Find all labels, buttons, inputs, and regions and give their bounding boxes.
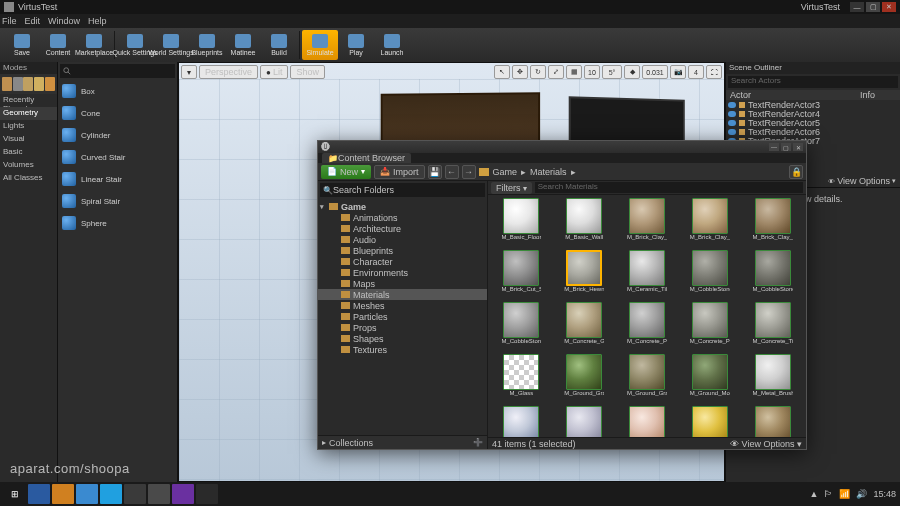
tree-item-maps[interactable]: Maps: [318, 278, 487, 289]
close-button[interactable]: ✕: [882, 2, 896, 12]
placeable-sphere[interactable]: Sphere: [58, 212, 177, 234]
toolbar-build[interactable]: Build: [261, 30, 297, 60]
cb-tab[interactable]: 📁 Content Browser: [322, 153, 411, 163]
foliage-mode-icon[interactable]: [34, 77, 44, 91]
asset-item[interactable]: M_Basic_Floor: [491, 198, 552, 248]
asset-item[interactable]: M_Metal_Ru: [742, 406, 803, 437]
cb-view-options[interactable]: 👁 View Options ▾: [730, 439, 802, 449]
viewport-lit-button[interactable]: ● Lit: [260, 65, 288, 79]
taskbar-app-8[interactable]: [196, 484, 218, 504]
place-search[interactable]: [60, 64, 175, 78]
visibility-icon[interactable]: [728, 111, 736, 117]
tray-flag-icon[interactable]: 🏳: [824, 489, 833, 499]
angle-snap-value[interactable]: 5°: [602, 65, 622, 79]
breadcrumb-game[interactable]: Game: [493, 167, 518, 177]
toolbar-simulate[interactable]: Simulate: [302, 30, 338, 60]
placeable-curved-stair[interactable]: Curved Stair: [58, 146, 177, 168]
taskbar-app-7[interactable]: [172, 484, 194, 504]
taskbar-app-2[interactable]: [52, 484, 74, 504]
menu-file[interactable]: File: [2, 16, 17, 26]
asset-item[interactable]: M_Concrete_Poured: [679, 302, 740, 352]
toolbar-blueprints[interactable]: Blueprints: [189, 30, 225, 60]
category-basic[interactable]: Basic: [0, 146, 57, 159]
tree-item-audio[interactable]: Audio: [318, 234, 487, 245]
toolbar-world-settings[interactable]: World Settings: [153, 30, 189, 60]
tree-item-environments[interactable]: Environments: [318, 267, 487, 278]
asset-item[interactable]: M_Brick_Clay_Old: [742, 198, 803, 248]
placeable-spiral-stair[interactable]: Spiral Stair: [58, 190, 177, 212]
select-tool-icon[interactable]: ↖: [494, 65, 510, 79]
tree-item-textures[interactable]: Textures: [318, 344, 487, 355]
menu-window[interactable]: Window: [48, 16, 80, 26]
placeable-cone[interactable]: Cone: [58, 102, 177, 124]
category-all-classes[interactable]: All Classes: [0, 172, 57, 185]
grid-snap-value[interactable]: 10: [584, 65, 600, 79]
placeable-box[interactable]: Box: [58, 80, 177, 102]
asset-item[interactable]: M_Metal_Co: [617, 406, 678, 437]
asset-item[interactable]: M_CobbleStone_Pebble: [679, 250, 740, 300]
asset-search[interactable]: Search Materials: [535, 182, 803, 193]
minimize-button[interactable]: —: [850, 2, 864, 12]
taskbar-app-1[interactable]: [28, 484, 50, 504]
tray-network-icon[interactable]: 📶: [839, 489, 850, 499]
menu-edit[interactable]: Edit: [25, 16, 41, 26]
menu-help[interactable]: Help: [88, 16, 107, 26]
tree-item-game[interactable]: ▾Game: [318, 201, 487, 212]
tree-item-shapes[interactable]: Shapes: [318, 333, 487, 344]
asset-item[interactable]: M_Basic_Wall: [554, 198, 615, 248]
paint-mode-icon[interactable]: [13, 77, 23, 91]
asset-item[interactable]: M_Metal_Go: [679, 406, 740, 437]
outliner-search[interactable]: Search Actors: [728, 76, 898, 88]
maximize-button[interactable]: ▢: [866, 2, 880, 12]
cb-lock-icon[interactable]: 🔒: [789, 165, 803, 179]
asset-item[interactable]: M_Concrete_Grime: [554, 302, 615, 352]
tree-item-particles[interactable]: Particles: [318, 311, 487, 322]
asset-item[interactable]: M_Concrete_Tiles: [742, 302, 803, 352]
toolbar-play[interactable]: Play: [338, 30, 374, 60]
rotate-tool-icon[interactable]: ↻: [530, 65, 546, 79]
cb-maximize-button[interactable]: ▢: [781, 143, 791, 151]
nav-back-button[interactable]: ←: [445, 165, 459, 179]
asset-item[interactable]: M_Metal_Brushed_Nickel: [742, 354, 803, 404]
save-all-button[interactable]: 💾: [428, 165, 442, 179]
taskbar-app-3[interactable]: [76, 484, 98, 504]
toolbar-launch[interactable]: Launch: [374, 30, 410, 60]
tree-item-materials[interactable]: Materials: [318, 289, 487, 300]
grid-snap-icon[interactable]: ▦: [566, 65, 582, 79]
place-mode-icon[interactable]: [2, 77, 12, 91]
camera-speed-icon[interactable]: 📷: [670, 65, 686, 79]
asset-item[interactable]: M_Concrete_Panels: [617, 302, 678, 352]
geometry-mode-icon[interactable]: [45, 77, 55, 91]
taskbar-app-5[interactable]: [124, 484, 146, 504]
tree-item-architecture[interactable]: Architecture: [318, 223, 487, 234]
category-visual[interactable]: Visual: [0, 133, 57, 146]
asset-item[interactable]: M_Glass: [491, 354, 552, 404]
tree-item-props[interactable]: Props: [318, 322, 487, 333]
placeable-cylinder[interactable]: Cylinder: [58, 124, 177, 146]
asset-item[interactable]: M_Ground_Gravel: [617, 354, 678, 404]
start-button[interactable]: ⊞: [4, 484, 26, 504]
import-button[interactable]: 📥 Import: [374, 165, 425, 179]
toolbar-matinee[interactable]: Matinee: [225, 30, 261, 60]
scale-snap-icon[interactable]: ◆: [624, 65, 640, 79]
asset-item[interactable]: M_Ceramic_Tile_Check: [617, 250, 678, 300]
asset-item[interactable]: M_CobbleStone_Rough: [742, 250, 803, 300]
viewport-maximize-icon[interactable]: ⛶: [706, 65, 722, 79]
asset-item[interactable]: M_CobbleStone_Smooth: [491, 302, 552, 352]
scale-snap-value[interactable]: 0.031: [642, 65, 668, 79]
taskbar-app-4[interactable]: [100, 484, 122, 504]
asset-item[interactable]: M_Brick_Hewn_Stone: [554, 250, 615, 300]
visibility-icon[interactable]: [728, 120, 736, 126]
tree-item-character[interactable]: Character: [318, 256, 487, 267]
viewport-perspective-button[interactable]: Perspective: [199, 65, 258, 79]
cb-minimize-button[interactable]: —: [769, 143, 779, 151]
category-recently-placed[interactable]: Recently Placed: [0, 94, 57, 107]
category-lights[interactable]: Lights: [0, 120, 57, 133]
camera-speed-value[interactable]: 4: [688, 65, 704, 79]
asset-item[interactable]: M_Metal_Bu: [491, 406, 552, 437]
collections-header[interactable]: ▸ Collections➕: [318, 435, 487, 449]
folder-search[interactable]: 🔍 Search Folders: [320, 183, 485, 197]
asset-item[interactable]: M_Metal_Ch: [554, 406, 615, 437]
asset-item[interactable]: M_Ground_Moss: [679, 354, 740, 404]
category-geometry[interactable]: Geometry: [0, 107, 57, 120]
